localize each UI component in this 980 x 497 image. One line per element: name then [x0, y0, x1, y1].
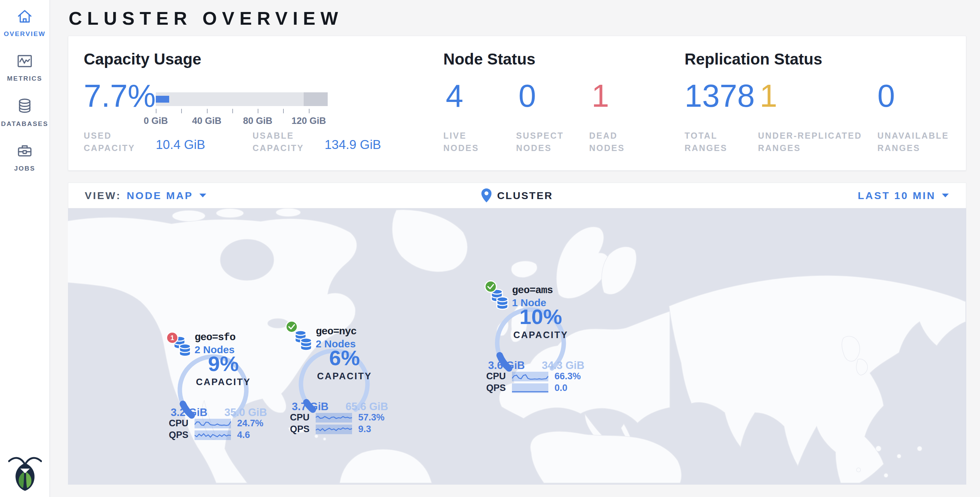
axis-tick-label: 0 GiB	[144, 116, 168, 126]
finland	[601, 247, 636, 294]
cpu-value: 57.3%	[358, 412, 385, 423]
capacity-bar-reserved	[304, 92, 328, 106]
arctic-island	[216, 209, 243, 218]
home-icon	[16, 9, 33, 25]
live-nodes-label: LIVE NODES	[443, 129, 500, 155]
main-content: CLUSTER OVERVIEW Capacity Usage 7.7% 0 G…	[50, 0, 980, 497]
locality-label: geo=sfo	[194, 331, 235, 343]
gauge-percent: 9%	[169, 352, 278, 376]
locality-label: geo=nyc	[316, 326, 356, 338]
axis-tick-label: 120 GiB	[291, 116, 326, 126]
qps-label: QPS	[486, 383, 506, 393]
page-title: CLUSTER OVERVIEW	[68, 8, 343, 29]
used-value: 3.6 GiB	[479, 359, 534, 372]
axis-tick	[232, 109, 233, 113]
metrics-icon	[16, 54, 33, 70]
node-map: 1 geo=sfo 2 Nodes 9% CAPACITY 3.2 GiB 35…	[68, 208, 966, 485]
gauge-caption: CAPACITY	[290, 371, 399, 382]
dead-nodes-label: DEAD NODES	[589, 129, 646, 155]
qps-label: QPS	[290, 424, 310, 435]
sidebar-item-label: JOBS	[14, 165, 35, 172]
capacity-bar-used	[156, 96, 169, 103]
axis-tick-label: 40 GiB	[192, 116, 222, 126]
pacific-island	[884, 473, 888, 478]
cpu-value: 66.3%	[555, 371, 581, 382]
time-range-value[interactable]: LAST 10 MIN	[858, 190, 936, 201]
usable-capacity-label: USABLE CAPACITY	[253, 129, 328, 155]
sidebar: OVERVIEW METRICS DATABASES	[0, 0, 50, 497]
cpu-row: CPU 24.7%	[169, 418, 264, 429]
breadcrumb: CLUSTER	[497, 190, 553, 201]
total-ranges-label: TOTAL RANGES	[684, 129, 750, 155]
sidebar-item-metrics[interactable]: METRICS	[0, 45, 49, 89]
axis-tick	[181, 109, 182, 113]
under-replicated-ranges-value: 1	[760, 80, 777, 112]
suspect-nodes-value: 0	[519, 80, 536, 112]
dead-node-count: 1	[170, 334, 174, 342]
database-icon	[16, 98, 33, 115]
location-pin-icon	[481, 188, 492, 203]
axis-tick	[283, 109, 284, 113]
capacity-bar-axis: 0 GiB40 GiB80 GiB120 GiB	[156, 106, 328, 127]
cpu-value: 24.7%	[237, 418, 264, 429]
arctic-island	[172, 210, 205, 221]
continent-asia	[669, 276, 966, 483]
chevron-down-icon[interactable]	[199, 193, 207, 198]
map-node-sfo[interactable]: 1 geo=sfo 2 Nodes 9% CAPACITY 3.2 GiB 35…	[169, 330, 278, 447]
total-value: 65.6 GiB	[338, 401, 396, 413]
used-capacity-label: USED CAPACITY	[84, 129, 159, 155]
suspect-nodes-label: SUSPECT NODES	[516, 129, 573, 155]
cpu-label: CPU	[169, 418, 188, 429]
sidebar-item-label: OVERVIEW	[4, 30, 46, 38]
qps-sparkline	[316, 425, 352, 434]
sidebar-item-databases[interactable]: DATABASES	[0, 89, 49, 134]
cpu-sparkline	[512, 372, 548, 381]
briefcase-icon	[16, 143, 33, 160]
qps-value: 0.0	[555, 383, 568, 393]
axis-tick	[207, 109, 208, 113]
axis-tick	[156, 109, 156, 113]
gauge-percent: 10%	[486, 304, 596, 329]
node-status-heading: Node Status	[443, 50, 535, 68]
great-lakes	[268, 319, 288, 328]
qps-sparkline	[512, 383, 548, 393]
pacific-island	[876, 446, 881, 451]
map-node-ams[interactable]: geo=ams 1 Node 10% CAPACITY 3.6 GiB 34.3…	[486, 283, 596, 400]
map-node-nyc[interactable]: geo=nyc 2 Nodes 6% CAPACITY 3.7 GiB 65.6…	[290, 324, 399, 441]
gauge-caption: CAPACITY	[169, 377, 278, 387]
view-label: VIEW:	[85, 190, 121, 201]
pacific-island	[917, 446, 922, 451]
cpu-row: CPU 66.3%	[486, 371, 581, 382]
total-ranges-value: 1378	[684, 80, 755, 112]
dead-nodes-value: 1	[592, 80, 609, 112]
sidebar-item-jobs[interactable]: JOBS	[0, 134, 49, 178]
healthy-node-badge	[485, 280, 497, 293]
qps-sparkline	[194, 430, 231, 440]
time-range-selector[interactable]: LAST 10 MIN	[858, 183, 950, 208]
total-value: 34.3 GiB	[534, 359, 592, 372]
cpu-sparkline	[194, 419, 231, 429]
sidebar-item-label: METRICS	[7, 75, 43, 82]
view-selector[interactable]: NODE MAP	[127, 190, 193, 201]
pacific-island	[897, 454, 901, 458]
chevron-down-icon[interactable]	[941, 193, 950, 198]
under-replicated-ranges-label: UNDER-REPLICATED RANGES	[758, 129, 871, 155]
used-value: 3.2 GiB	[162, 406, 216, 419]
arctic-island	[276, 208, 301, 217]
unavailable-ranges-label: UNAVAILABLE RANGES	[877, 129, 963, 155]
capacity-percent: 7.7%	[84, 80, 156, 112]
qps-label: QPS	[169, 430, 188, 440]
sidebar-item-overview[interactable]: OVERVIEW	[0, 0, 49, 45]
qps-value: 4.6	[237, 430, 250, 440]
dead-node-badge: 1	[166, 331, 178, 344]
cpu-label: CPU	[290, 412, 310, 423]
map-toolbar: VIEW: NODE MAP CLUSTER LAST 10 MIN	[68, 183, 966, 208]
hudson-bay	[220, 239, 274, 280]
locality-label: geo=ams	[512, 285, 553, 296]
used-value: 3.7 GiB	[283, 401, 338, 413]
cockroachdb-logo	[8, 453, 42, 492]
cpu-row: CPU 57.3%	[290, 412, 385, 423]
axis-tick	[309, 109, 310, 113]
healthy-node-badge	[285, 320, 298, 333]
qps-value: 9.3	[358, 424, 371, 435]
